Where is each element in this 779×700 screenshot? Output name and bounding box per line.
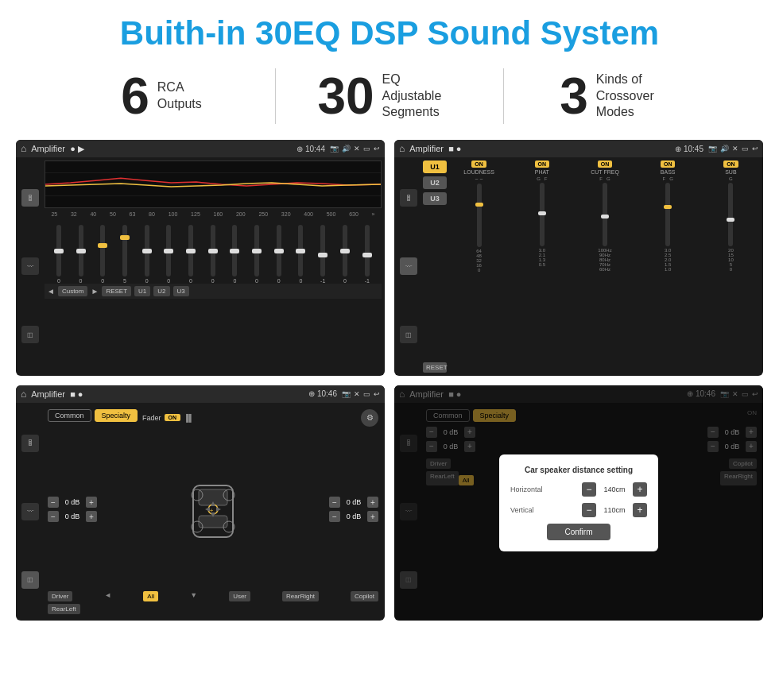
sub-slider[interactable] xyxy=(728,183,733,246)
eq-preset-custom[interactable]: Custom xyxy=(58,286,88,296)
right-top-plus[interactable]: + xyxy=(367,497,378,508)
eq-u1-btn[interactable]: U1 xyxy=(134,286,150,296)
cs-close-icon[interactable]: ✕ xyxy=(354,390,360,398)
eq-sidebar-icon-2[interactable]: 〰 xyxy=(21,257,39,275)
right-top-minus[interactable]: − xyxy=(329,497,340,508)
cs-back-icon[interactable]: ↩ xyxy=(374,390,380,398)
amp-u-close-icon[interactable]: ✕ xyxy=(732,145,738,153)
eq-slider-11[interactable]: 0 xyxy=(298,225,303,284)
cs-home-icon[interactable]: ⌂ xyxy=(21,389,26,400)
cs-tab-specialty[interactable]: Specialty xyxy=(95,409,138,422)
left-top-plus[interactable]: + xyxy=(86,497,97,508)
eq-u3-btn[interactable]: U3 xyxy=(173,286,189,296)
eq-slider-13[interactable]: 0 xyxy=(343,225,347,284)
phat-slider[interactable] xyxy=(540,183,545,246)
cs-sidebar-icon-1[interactable]: 🎛 xyxy=(21,435,39,452)
eq-slider-9[interactable]: 0 xyxy=(254,225,259,284)
camera-icon: 📷 xyxy=(330,145,339,153)
sub-on[interactable]: ON xyxy=(723,160,738,168)
loudness-label: LOUDNESS xyxy=(463,169,494,175)
eq-slider-10[interactable]: 0 xyxy=(277,225,281,284)
eq-slider-2[interactable]: 0 xyxy=(100,225,105,284)
user-btn[interactable]: User xyxy=(229,591,250,601)
loudness-slider[interactable] xyxy=(477,184,482,247)
amp-u-home-icon[interactable]: ⌂ xyxy=(399,143,405,154)
cs-bottom-labels: Driver ◄ All ▼ User RearRight Copilot xyxy=(48,591,378,601)
right-bottom-plus[interactable]: + xyxy=(367,511,378,522)
bass-group: ON BASS F G 3.02.52.01.51.0 xyxy=(639,160,697,373)
left-top-minus[interactable]: − xyxy=(48,497,59,508)
back-icon[interactable]: ↩ xyxy=(374,145,380,153)
cs-left-arrow[interactable]: ◄ xyxy=(104,591,111,601)
loudness-on[interactable]: ON xyxy=(471,160,486,168)
cs-sidebar-icon-3[interactable]: ◫ xyxy=(21,571,39,589)
amp-u-sidebar-icon-1[interactable]: 🎛 xyxy=(400,189,417,207)
fader-slider-icon: ▐▌ xyxy=(184,414,194,422)
eq-prev-btn[interactable]: ◄ xyxy=(47,287,55,296)
bass-slider[interactable] xyxy=(665,183,670,246)
eq-slider-4[interactable]: 0 xyxy=(145,225,149,284)
fader-on-badge[interactable]: ON xyxy=(165,414,181,421)
bass-label: BASS xyxy=(661,169,676,175)
settings-icon[interactable]: ⚙ xyxy=(361,409,378,427)
eq-u2-btn[interactable]: U2 xyxy=(153,286,169,296)
amp-u-camera-icon: 📷 xyxy=(708,145,717,153)
cutfreq-label: CUT FREQ xyxy=(591,169,619,175)
eq-slider-14[interactable]: -1 xyxy=(365,225,370,284)
dialog-vertical-plus[interactable]: + xyxy=(633,503,647,517)
dialog-horizontal-minus[interactable]: − xyxy=(582,482,596,497)
cs-down-arrow[interactable]: ▼ xyxy=(190,591,197,601)
eq-slider-1[interactable]: 0 xyxy=(79,225,83,284)
copilot-btn[interactable]: Copilot xyxy=(351,591,378,601)
left-top-speaker-row: − 0 dB + xyxy=(48,497,97,508)
amp-u-sidebar-icon-3[interactable]: ◫ xyxy=(400,326,417,343)
home-icon[interactable]: ⌂ xyxy=(21,143,26,154)
cs-minus-icon[interactable]: ▭ xyxy=(363,390,370,398)
eq-slider-8[interactable]: 0 xyxy=(232,225,237,284)
confirm-button[interactable]: Confirm xyxy=(547,524,610,540)
dialog-horizontal-plus[interactable]: + xyxy=(633,482,647,497)
eq-slider-12[interactable]: -1 xyxy=(320,225,325,284)
right-bottom-minus[interactable]: − xyxy=(329,511,340,522)
minus-icon[interactable]: ▭ xyxy=(363,145,370,153)
left-bottom-plus[interactable]: + xyxy=(86,511,97,522)
eq-reset-btn[interactable]: RESET xyxy=(102,286,131,296)
rear-right-btn[interactable]: RearRight xyxy=(282,591,319,601)
cs-sidebar-icon-2[interactable]: 〰 xyxy=(21,503,39,520)
cs-top-icons: 📷 ✕ ▭ ↩ xyxy=(342,390,380,398)
amp-u-sidebar: 🎛 〰 ◫ xyxy=(397,160,420,373)
cutfreq-slider[interactable] xyxy=(603,183,607,246)
close-icon[interactable]: ✕ xyxy=(354,145,360,153)
eq-slider-6[interactable]: 0 xyxy=(188,225,193,284)
driver-btn[interactable]: Driver xyxy=(48,591,72,601)
amp-u-sidebar-icon-2[interactable]: 〰 xyxy=(400,257,417,275)
eq-slider-0[interactable]: 0 xyxy=(56,225,61,284)
cs-sidebar: 🎛 〰 ◫ xyxy=(19,406,41,618)
dialog-vertical-minus[interactable]: − xyxy=(582,503,596,517)
eq-slider-7[interactable]: 0 xyxy=(211,225,215,284)
eq-slider-3[interactable]: 5 xyxy=(122,225,127,284)
amp-u-screen: ⌂ Amplifier ■ ● ⊕ 10:45 📷 🔊 ✕ ▭ ↩ 🎛 〰 ◫ … xyxy=(394,140,763,376)
left-bottom-minus[interactable]: − xyxy=(48,511,59,522)
u3-button[interactable]: U3 xyxy=(423,192,447,205)
amp-u-reset-btn[interactable]: RESET xyxy=(423,362,447,373)
svg-marker-14 xyxy=(205,507,210,512)
sub-group: ON SUB G 20151050 xyxy=(702,160,760,373)
phat-on[interactable]: ON xyxy=(535,160,550,168)
eq-sidebar-icon-3[interactable]: ◫ xyxy=(21,326,39,343)
u2-button[interactable]: U2 xyxy=(423,176,447,189)
u1-button[interactable]: U1 xyxy=(423,160,447,173)
amp-u-minus-icon[interactable]: ▭ xyxy=(742,145,749,153)
eq-slider-5[interactable]: 0 xyxy=(166,225,171,284)
dialog-screen: ⌂ Amplifier ■ ● ⊕ 10:46 📷 ✕ ▭ ↩ 🎛 〰 ◫ Co… xyxy=(394,385,763,621)
bass-on[interactable]: ON xyxy=(661,160,676,168)
all-btn[interactable]: All xyxy=(143,591,158,601)
rear-left-btn[interactable]: RearLeft xyxy=(48,604,80,614)
dialog-horizontal-controls: − 140cm + xyxy=(582,482,647,497)
eq-sidebar-icon-1[interactable]: 🎛 xyxy=(21,189,39,207)
amp-u-back-icon[interactable]: ↩ xyxy=(752,145,758,153)
cutfreq-on[interactable]: ON xyxy=(598,160,613,168)
cs-tab-common[interactable]: Common xyxy=(48,409,91,422)
eq-sliders: 0 0 0 5 0 xyxy=(45,220,382,284)
eq-next-btn[interactable]: ► xyxy=(91,287,99,296)
